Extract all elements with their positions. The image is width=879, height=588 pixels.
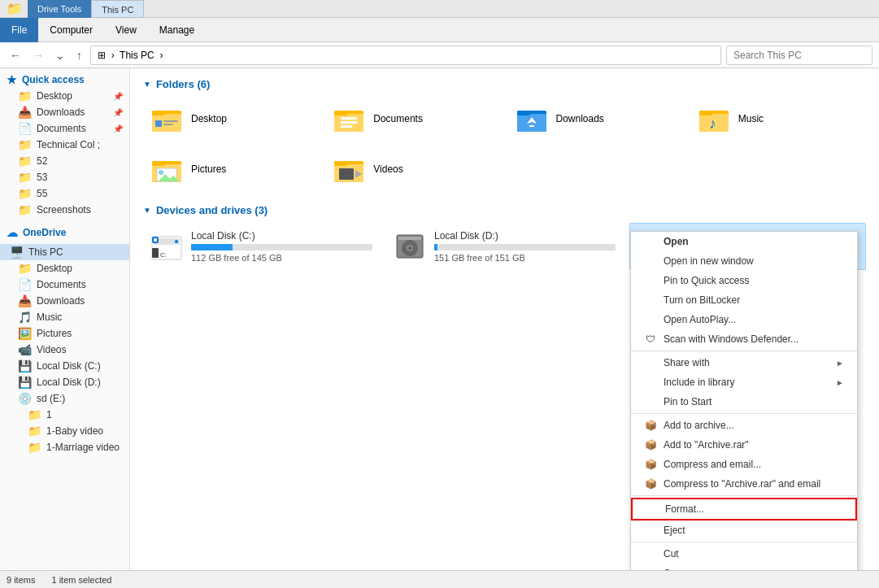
sidebar: ★ Quick access 📁 Desktop 📌 📥 Downloads 📌… <box>0 68 130 570</box>
ctx-compress-email[interactable]: 📦 Compress and email... <box>631 455 857 474</box>
folder-name: Desktop <box>191 113 227 124</box>
drive-d-bar-bg <box>434 244 616 250</box>
videos-icon: 📹 <box>18 343 32 356</box>
download-icon: 📥 <box>18 106 32 119</box>
sidebar-label: 1-Baby video <box>46 425 103 437</box>
svg-rect-16 <box>529 125 534 127</box>
sidebar-item-documents2[interactable]: 📄 Documents <box>8 277 129 293</box>
folders-grid: Desktop Documents <box>143 97 866 191</box>
drive-c-info: Local Disk (C:) 112 GB free of 145 GB <box>191 230 372 263</box>
search-input[interactable] <box>726 46 872 65</box>
folder-videos[interactable]: Videos <box>325 147 501 191</box>
drive-d-bar-fill <box>434 244 437 250</box>
ctx-bitlocker[interactable]: Turn on BitLocker <box>631 290 857 310</box>
folder-name: Music <box>738 113 764 124</box>
computer-button[interactable]: Computer <box>38 21 104 39</box>
folder-downloads[interactable]: Downloads <box>508 97 684 141</box>
forward-button[interactable]: → <box>29 47 47 63</box>
sidebar-item-marriage[interactable]: 📁 1-Marriage video <box>18 439 129 455</box>
sidebar-item-locald[interactable]: 💾 Local Disk (D:) <box>8 374 129 390</box>
sidebar-label: 55 <box>37 188 47 199</box>
drives-section-header[interactable]: ▼ Devices and drives (3) <box>143 204 866 216</box>
ctx-sep2 <box>631 413 857 414</box>
up-button[interactable]: ↑ <box>73 47 85 63</box>
sidebar-item-downloads2[interactable]: 📥 Downloads <box>8 293 129 309</box>
tab-this-pc[interactable]: This PC <box>91 0 144 18</box>
download-icon: 📥 <box>18 294 32 307</box>
sidebar-item-documents[interactable]: 📄 Documents 📌 <box>8 120 129 137</box>
sidebar-item-53[interactable]: 📁 53 <box>8 169 129 185</box>
ctx-add-archive[interactable]: 📦 Add to archive... <box>631 416 857 435</box>
manage-button[interactable]: Manage <box>148 21 206 39</box>
ctx-format[interactable]: Format... <box>631 498 857 520</box>
ctx-eject[interactable]: Eject <box>631 520 857 540</box>
ctx-share-with[interactable]: Share with ► <box>631 353 857 372</box>
folders-section-header[interactable]: ▼ Folders (6) <box>143 78 866 90</box>
ctx-pin-label: Pin to Quick access <box>664 275 844 286</box>
sidebar-label: Desktop <box>37 90 72 102</box>
sidebar-item-55[interactable]: 📁 55 <box>8 185 129 202</box>
folder-desktop[interactable]: Desktop <box>143 97 319 141</box>
address-path[interactable]: ⊞ › This PC › <box>90 46 721 65</box>
ctx-pin-start[interactable]: Pin to Start <box>631 392 857 412</box>
svg-rect-5 <box>163 124 173 125</box>
ctx-add-archive-rar[interactable]: 📦 Add to "Archive.rar" <box>631 435 857 455</box>
sidebar-label: Videos <box>37 344 66 355</box>
sidebar-item-desktop2[interactable]: 📁 Desktop <box>8 260 129 277</box>
svg-rect-11 <box>341 125 352 128</box>
drive-c-free: 112 GB free of 145 GB <box>191 253 372 263</box>
dropdown-button[interactable]: ⌄ <box>52 47 68 63</box>
file-button[interactable]: File <box>0 18 38 42</box>
pin-icon: 📌 <box>113 124 123 133</box>
svg-rect-14 <box>517 111 530 115</box>
ctx-compress-rar-email[interactable]: 📦 Compress to "Archive.rar" and email <box>631 474 857 494</box>
downloads-folder-icon <box>516 104 548 133</box>
quick-access-header[interactable]: ★ Quick access <box>0 72 129 88</box>
folder-icon: 📁 <box>18 89 32 102</box>
ctx-cut[interactable]: Cut <box>631 544 857 564</box>
drive-c[interactable]: C: Local Disk (C:) 112 GB free of 145 GB <box>143 223 380 270</box>
documents-folder-icon <box>333 104 365 133</box>
sidebar-item-videos[interactable]: 📹 Videos <box>8 342 129 358</box>
back-button[interactable]: ← <box>7 47 24 63</box>
ctx-pin-quick[interactable]: Pin to Quick access <box>631 271 857 290</box>
ctx-copy[interactable]: Copy <box>631 564 857 570</box>
ctx-archive-rar-icon: 📦 <box>644 439 657 451</box>
folder-music[interactable]: ♪ Music <box>690 97 866 141</box>
context-menu: Open Open in new window Pin to Quick acc… <box>630 231 858 570</box>
tab-drive-tools[interactable]: Drive Tools <box>28 0 91 18</box>
sidebar-item-music[interactable]: 🎵 Music <box>8 309 129 325</box>
ctx-include-library[interactable]: Include in library ► <box>631 372 857 392</box>
sidebar-item-this-pc[interactable]: 🖥️ This PC <box>0 244 129 260</box>
view-button[interactable]: View <box>104 21 148 39</box>
svg-rect-23 <box>152 161 165 166</box>
sidebar-item-desktop[interactable]: 📁 Desktop 📌 <box>8 88 129 104</box>
folder-pictures[interactable]: Pictures <box>143 147 319 191</box>
ctx-autoplay[interactable]: Open AutoPlay... <box>631 310 857 329</box>
drive-d[interactable]: Local Disk (D:) 151 GB free of 151 GB <box>386 223 623 270</box>
quick-access-label: Quick access <box>22 74 85 85</box>
sidebar-item-downloads[interactable]: 📥 Downloads 📌 <box>8 104 129 120</box>
onedrive-header[interactable]: ☁ OneDrive <box>0 224 129 241</box>
folder-documents[interactable]: Documents <box>325 97 501 141</box>
ctx-defender[interactable]: 🛡 Scan with Windows Defender... <box>631 329 857 349</box>
sidebar-label: Downloads <box>37 107 85 118</box>
doc-icon: 📄 <box>18 122 32 135</box>
sidebar-item-technical[interactable]: 📁 Technical Col ; <box>8 137 129 153</box>
sidebar-item-screenshots[interactable]: 📁 Screenshots <box>8 202 129 218</box>
ctx-open-new-window[interactable]: Open in new window <box>631 251 857 271</box>
sidebar-item-localc[interactable]: 💾 Local Disk (C:) <box>8 358 129 374</box>
sidebar-label: Technical Col ; <box>37 139 100 150</box>
pictures-icon: 🖼️ <box>18 327 32 340</box>
svg-rect-8 <box>334 111 347 115</box>
sidebar-item-52[interactable]: 📁 52 <box>8 153 129 169</box>
sidebar-item-1[interactable]: 📁 1 <box>18 407 129 423</box>
sidebar-item-pictures[interactable]: 🖼️ Pictures <box>8 325 129 342</box>
svg-rect-36 <box>152 248 159 258</box>
sidebar-item-sde[interactable]: 💿 sd (E:) <box>8 390 129 407</box>
svg-text:C:: C: <box>160 251 167 259</box>
sidebar-item-baby[interactable]: 📁 1-Baby video <box>18 423 129 439</box>
ctx-add-archive-label: Add to archive... <box>664 420 844 431</box>
ctx-open[interactable]: Open <box>631 232 857 251</box>
folder-icon: 📁 <box>28 425 41 438</box>
